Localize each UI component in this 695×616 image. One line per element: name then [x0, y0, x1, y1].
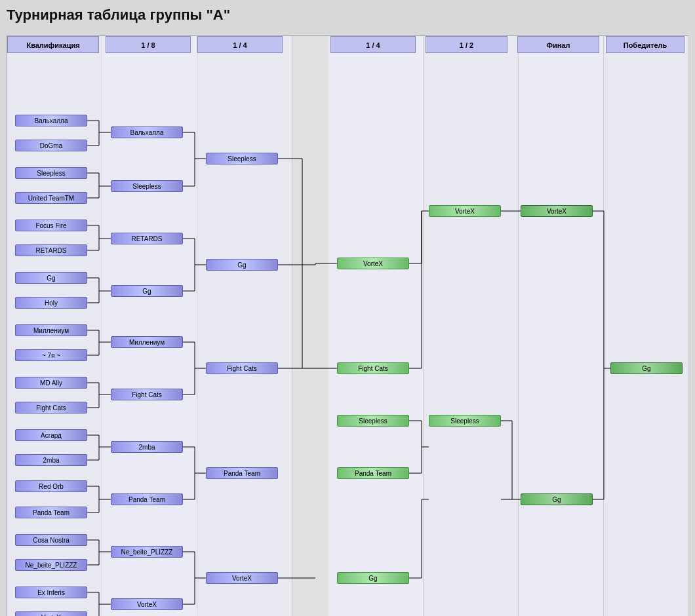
- col-r8: 1 / 8: [106, 36, 191, 53]
- qual-millennium: Миллениум: [15, 324, 87, 336]
- col-final: Финал: [517, 36, 599, 53]
- qual-7ya: ~ 7я ~: [15, 349, 87, 361]
- qual-nebeite: Ne_beite_PLIZZZ: [15, 559, 87, 571]
- r4r-vortex: VorteX: [337, 258, 409, 269]
- r8-pandateam: Panda Team: [111, 493, 183, 505]
- qual-redorb: Red Orb: [15, 480, 87, 492]
- r4l-vortex: VorteX: [206, 572, 278, 584]
- r4l-pandateam: Panda Team: [206, 467, 278, 479]
- qual-asgard: Асгард: [15, 429, 87, 441]
- bracket-container: Квалификация 1 / 8 1 / 4 1 / 4 1 / 2 Фин…: [7, 35, 688, 616]
- qual-2mba: 2mba: [15, 454, 87, 466]
- r4r-pandateam: Panda Team: [337, 467, 409, 479]
- qual-dogma: DoGma: [15, 140, 87, 151]
- col-r2: 1 / 2: [426, 36, 507, 53]
- final-vortex: VorteX: [521, 205, 593, 217]
- r8-sleepless: Sleepless: [111, 180, 183, 192]
- r4l-fightcats: Fight Cats: [206, 362, 278, 374]
- qual-unitedteam: United TeamTM: [15, 192, 87, 204]
- qual-focusfire: Focus Fire: [15, 220, 87, 231]
- r8-gg: Gg: [111, 285, 183, 297]
- col-qual: Квалификация: [7, 36, 99, 53]
- final-gg: Gg: [521, 493, 593, 505]
- col-r4b: 1 / 4: [330, 36, 416, 53]
- r8-valhalla: Вальхалла: [111, 126, 183, 138]
- r8-fightcats: Fight Cats: [111, 389, 183, 400]
- r4r-gg: Gg: [337, 572, 409, 584]
- qual-vortex: VorteX: [15, 611, 87, 616]
- col-r4a: 1 / 4: [197, 36, 283, 53]
- qual-gg: Gg: [15, 272, 87, 284]
- qual-retards: RETARDS: [15, 244, 87, 256]
- r8-retards: RETARDS: [111, 233, 183, 244]
- page-title: Турнирная таблица группы "А": [7, 7, 688, 24]
- r2-sleepless: Sleepless: [429, 415, 501, 427]
- qual-fightcats: Fight Cats: [15, 402, 87, 414]
- qual-holy: Holy: [15, 297, 87, 309]
- r8-2mba: 2mba: [111, 441, 183, 453]
- r4r-sleepless: Sleepless: [337, 415, 409, 427]
- col-winner: Победитель: [606, 36, 685, 53]
- qual-exinferis: Ex Inferis: [15, 587, 87, 598]
- r8-millennium: Миллениум: [111, 336, 183, 348]
- r4l-gg: Gg: [206, 259, 278, 271]
- r4l-sleepless: Sleepless: [206, 153, 278, 164]
- r2-vortex: VorteX: [429, 205, 501, 217]
- qual-sleepless: Sleepless: [15, 167, 87, 179]
- r8-nebeite: Ne_beite_PLIZZZ: [111, 546, 183, 558]
- r8-vortex: VorteX: [111, 598, 183, 610]
- winner-gg: Gg: [610, 362, 683, 374]
- qual-valhalla: Вальхалла: [15, 115, 87, 126]
- r4r-fightcats: Fight Cats: [337, 362, 409, 374]
- qual-mdally: MD Ally: [15, 377, 87, 389]
- qual-cosanostra: Cosa Nostra: [15, 534, 87, 546]
- qual-pandateam: Panda Team: [15, 507, 87, 518]
